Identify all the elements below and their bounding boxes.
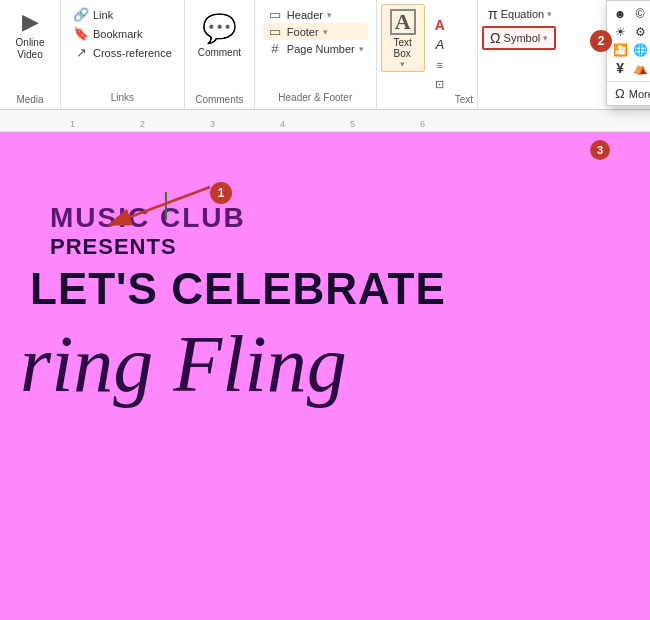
arrow-annotation xyxy=(100,172,230,232)
text-box-icon: A xyxy=(390,9,416,35)
symbol-cell[interactable]: 🌐 xyxy=(631,41,649,59)
symbol-button[interactable]: Ω Symbol ▾ xyxy=(482,26,556,50)
ribbon-group-comments: 💬 Comment Comments xyxy=(185,0,255,109)
links-group-label: Links xyxy=(69,90,176,103)
symbol-cell[interactable]: 🎦 xyxy=(611,41,629,59)
presents-text: PRESENTS xyxy=(30,234,620,260)
online-video-label: OnlineVideo xyxy=(16,37,45,61)
symbol-cell[interactable]: © xyxy=(631,5,649,23)
text-style-b-button[interactable]: A xyxy=(429,36,451,54)
symbol-cell[interactable]: ⚙ xyxy=(631,23,649,41)
equation-button[interactable]: π Equation ▾ xyxy=(482,4,558,24)
ribbon-group-media: ▶ OnlineVideo Media xyxy=(0,0,61,109)
symbol-cell[interactable]: ☀ xyxy=(611,23,629,41)
badge-2: 2 xyxy=(590,30,612,52)
symbol-dropdown-icon: ▾ xyxy=(543,33,548,43)
svg-line-1 xyxy=(130,187,210,217)
page-number-icon: # xyxy=(267,41,283,56)
text-box-label: TextBox xyxy=(394,37,412,59)
header-label: Header xyxy=(287,9,323,21)
badge-1: 1 xyxy=(210,182,232,204)
text-box-dropdown-icon: ▾ xyxy=(400,59,405,69)
badge-3: 3 xyxy=(590,140,610,160)
link-label: Link xyxy=(93,9,113,21)
text-drop-cap-button[interactable]: ⊡ xyxy=(429,76,451,94)
equation-icon: π xyxy=(488,6,498,22)
more-symbols-omega-icon: Ω xyxy=(615,86,625,101)
text-box-button[interactable]: A TextBox ▾ xyxy=(381,4,425,72)
bookmark-button[interactable]: 🔖 Bookmark xyxy=(69,25,176,42)
ruler: 1 2 3 4 5 6 xyxy=(0,110,650,132)
more-symbols-button[interactable]: Ω More Symbols... xyxy=(607,81,650,105)
text-group-label: Text xyxy=(455,92,473,105)
equation-label: Equation xyxy=(501,8,544,20)
header-footer-group-label: Header & Footer xyxy=(263,90,368,103)
cross-reference-button[interactable]: ↗ Cross-reference xyxy=(69,44,176,61)
symbol-grid: ☻ © ☺ 🏛 ⚓ ✈ 🌊 🚲 ☀ ⚙ 〜 ⦿ 🌺 🏃 ⬡ ⬢ 🎦 🌐 xyxy=(607,1,650,81)
text-style-a-button[interactable]: A xyxy=(429,16,451,34)
text-box-section: A TextBox ▾ xyxy=(381,4,425,105)
equation-dropdown-icon: ▾ xyxy=(547,9,552,19)
header-button[interactable]: ▭ Header ▾ xyxy=(263,6,368,23)
media-group-label: Media xyxy=(16,92,43,105)
bookmark-icon: 🔖 xyxy=(73,26,89,41)
spring-fling-text: ring Fling xyxy=(20,324,620,404)
header-dropdown-icon: ▾ xyxy=(327,10,332,20)
ribbon: ▶ OnlineVideo Media 🔗 Link 🔖 Bookmark ↗ … xyxy=(0,0,650,110)
symbol-cell[interactable]: ⛺ xyxy=(631,59,649,77)
symbol-popup: ☻ © ☺ 🏛 ⚓ ✈ 🌊 🚲 ☀ ⚙ 〜 ⦿ 🌺 🏃 ⬡ ⬢ 🎦 🌐 xyxy=(606,0,650,106)
comment-icon: 💬 xyxy=(202,12,237,45)
link-button[interactable]: 🔗 Link xyxy=(69,6,176,23)
page-number-dropdown-icon: ▾ xyxy=(359,44,364,54)
footer-button[interactable]: ▭ Footer ▾ xyxy=(263,23,368,40)
document-area: 1 MUSIC CLUB PRESENTS LET'S CELEBRATE ri… xyxy=(0,132,650,620)
comments-group-label: Comments xyxy=(195,92,243,105)
ribbon-group-links: 🔗 Link 🔖 Bookmark ↗ Cross-reference Link… xyxy=(61,0,185,109)
footer-dropdown-icon: ▾ xyxy=(323,27,328,37)
page-number-button[interactable]: # Page Number ▾ xyxy=(263,40,368,57)
symbol-icon: Ω xyxy=(490,30,500,46)
cross-reference-label: Cross-reference xyxy=(93,47,172,59)
online-video-button[interactable]: ▶ OnlineVideo xyxy=(6,4,54,66)
comment-label: Comment xyxy=(198,47,241,59)
symbol-label: Symbol xyxy=(504,32,541,44)
online-video-icon: ▶ xyxy=(22,9,39,35)
header-icon: ▭ xyxy=(267,7,283,22)
page-number-label: Page Number xyxy=(287,43,355,55)
symbol-cell[interactable]: ☻ xyxy=(611,5,629,23)
bookmark-label: Bookmark xyxy=(93,28,143,40)
ribbon-group-symbols: π Equation ▾ Ω Symbol ▾ ☻ © ☺ 🏛 ⚓ ✈ 🌊 xyxy=(478,0,608,109)
footer-label: Footer xyxy=(287,26,319,38)
more-symbols-label: More Symbols... xyxy=(629,88,650,100)
text-small-buttons: A A ≡ ⊡ xyxy=(429,4,451,105)
text-align-button[interactable]: ≡ xyxy=(429,56,451,74)
ribbon-group-header-footer: ▭ Header ▾ ▭ Footer ▾ # Page Number ▾ He… xyxy=(255,0,377,109)
link-icon: 🔗 xyxy=(73,7,89,22)
cross-reference-icon: ↗ xyxy=(73,45,89,60)
comment-button[interactable]: 💬 Comment xyxy=(195,4,243,66)
celebrate-text: LET'S CELEBRATE xyxy=(30,264,620,314)
footer-icon: ▭ xyxy=(267,24,283,39)
symbol-cell[interactable]: ¥ xyxy=(611,59,629,77)
ribbon-group-text: A TextBox ▾ A A ≡ ⊡ Text xyxy=(377,0,478,109)
